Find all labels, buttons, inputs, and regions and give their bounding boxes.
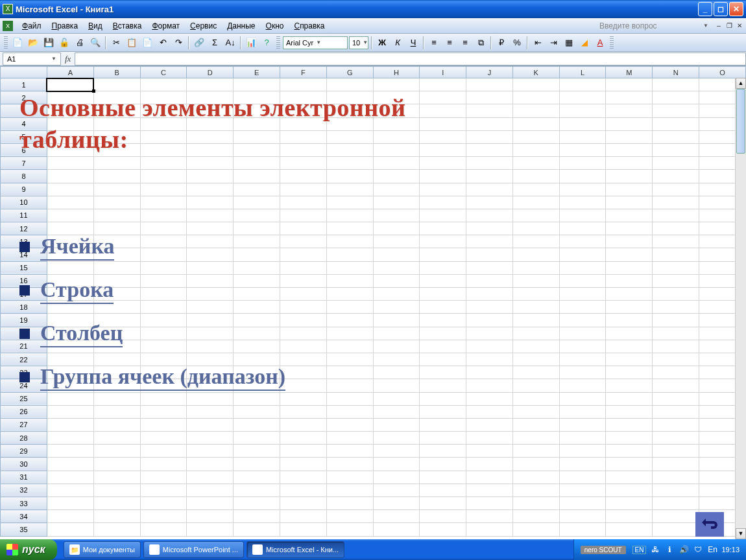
cell[interactable] [187,523,234,536]
cell[interactable] [47,301,93,314]
cell[interactable] [606,458,653,471]
cell[interactable] [234,523,280,536]
cell[interactable] [140,170,187,183]
cell[interactable] [47,392,93,405]
cell[interactable] [466,222,513,235]
column-header[interactable]: E [234,67,280,78]
cell[interactable] [93,497,140,510]
cell[interactable] [653,222,699,235]
cell[interactable] [606,91,653,104]
cell[interactable] [187,196,234,209]
vertical-scrollbar[interactable]: ▲ ▼ [735,78,746,539]
taskbar-app-button[interactable]: 📁Мои документы [64,541,141,558]
cell[interactable] [512,379,559,392]
cell[interactable] [326,340,373,353]
cell[interactable] [420,418,466,431]
cell[interactable] [140,274,187,287]
borders-button[interactable]: ▦ [562,36,576,50]
cell[interactable] [559,183,606,196]
toolbar-grip-icon[interactable] [276,36,280,49]
cell[interactable] [234,366,280,379]
cell[interactable] [653,418,699,431]
cell[interactable] [373,274,420,287]
ask-a-question-box[interactable]: Введите вопрос [597,21,701,30]
cell[interactable] [140,366,187,379]
cell[interactable] [653,78,699,91]
menu-вставка[interactable]: Вставка [108,20,147,32]
cell[interactable] [420,445,466,458]
cell[interactable] [187,288,234,301]
cell[interactable] [420,261,466,274]
cell[interactable] [140,196,187,209]
doc-restore-button[interactable]: ❐ [725,22,733,30]
cell[interactable] [140,143,187,156]
cell[interactable] [653,405,699,418]
cell[interactable] [93,418,140,431]
cell[interactable] [280,170,326,183]
cell[interactable] [512,405,559,418]
cell[interactable] [140,104,187,117]
cell[interactable] [653,274,699,287]
cell[interactable] [512,314,559,327]
cell[interactable] [187,91,234,104]
cell[interactable] [420,340,466,353]
cell[interactable] [280,130,326,143]
column-header[interactable]: F [280,67,326,78]
row-header[interactable]: 31 [1,471,47,484]
cell[interactable] [420,523,466,536]
cell[interactable] [93,78,140,91]
cell[interactable] [234,222,280,235]
cell[interactable] [466,261,513,274]
cell[interactable] [326,235,373,248]
cell[interactable] [559,379,606,392]
row-header[interactable]: 15 [1,261,47,274]
cell[interactable] [187,157,234,170]
cell[interactable] [187,222,234,235]
paste-button[interactable]: 📄 [140,36,154,50]
row-header[interactable]: 34 [1,510,47,523]
undo-button[interactable]: ↶ [156,36,170,50]
cell[interactable] [373,366,420,379]
row-header[interactable]: 12 [1,222,47,235]
cell[interactable] [47,91,93,104]
cell[interactable] [373,261,420,274]
cell[interactable] [559,471,606,484]
cell[interactable] [93,288,140,301]
cell[interactable] [466,183,513,196]
cell[interactable] [140,497,187,510]
cell[interactable] [373,183,420,196]
font-color-button[interactable]: A [593,36,607,50]
cell[interactable] [47,209,93,222]
cell[interactable] [47,170,93,183]
cell[interactable] [47,196,93,209]
cell[interactable] [512,523,559,536]
cell[interactable] [93,445,140,458]
cell[interactable] [280,301,326,314]
cell[interactable] [512,458,559,471]
cell[interactable] [559,484,606,496]
cell[interactable] [420,458,466,471]
cell[interactable] [606,366,653,379]
cell[interactable] [280,288,326,301]
cell[interactable] [47,510,93,523]
start-button[interactable]: пуск [0,539,57,560]
menu-данные[interactable]: Данные [222,20,260,32]
cell[interactable] [47,405,93,418]
cell[interactable] [280,366,326,379]
menu-файл[interactable]: Файл [17,20,47,32]
cell[interactable] [93,471,140,484]
cell[interactable] [606,209,653,222]
cell[interactable] [512,261,559,274]
cell[interactable] [653,301,699,314]
cell[interactable] [373,157,420,170]
cell[interactable] [140,392,187,405]
underline-button[interactable]: Ч [406,36,420,50]
menu-правка[interactable]: Правка [47,20,84,32]
column-header[interactable]: M [606,67,653,78]
cell[interactable] [326,432,373,445]
cell[interactable] [466,523,513,536]
cell[interactable] [466,405,513,418]
cell[interactable] [187,301,234,314]
cell[interactable] [606,510,653,523]
cell[interactable] [140,510,187,523]
